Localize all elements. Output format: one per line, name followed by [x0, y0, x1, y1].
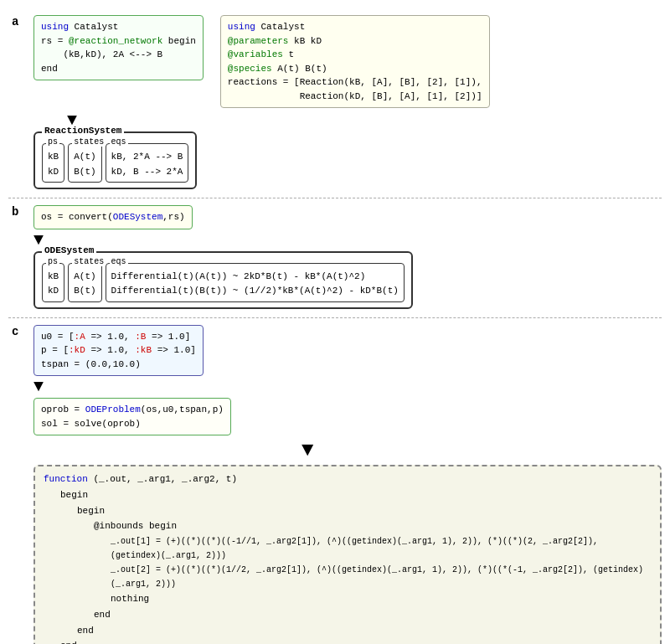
fn-line5: _.out[1] = (+)((*)((*)((-1//1, _.arg2[1]… — [111, 534, 652, 563]
ode-states-box: states A(t) B(t) — [68, 263, 101, 302]
init-line3: tspan = (0.0,10.0) — [41, 358, 196, 372]
right-code-line4: @species A(t) B(t) — [228, 62, 482, 76]
system-inner-row: ps kB kD states A(t) B(t) eqs — [42, 143, 188, 183]
section-a: a using Catalyst rs = @reaction_network … — [8, 8, 662, 198]
states-value-1: A(t) — [74, 150, 95, 165]
solve-code-box: oprob = ODEProblem(os,u0,tspan,p) sol = … — [34, 398, 231, 435]
ode-eqs-line1: Differential(t)(A(t)) ~ 2kD*B(t) - kB*(A… — [111, 270, 399, 285]
reaction-system-title: ReactionSystem — [42, 126, 124, 136]
ps-label: ps — [46, 137, 59, 147]
eqs-value-1: kB, 2*A --> B — [111, 150, 183, 165]
fn-end3: end — [60, 638, 652, 644]
fn-line1: function (_.out, _.arg1, _.arg2, t) — [44, 471, 652, 487]
ode-eqs-content: Differential(t)(A(t)) ~ 2kD*B(t) - kB*(A… — [111, 270, 399, 299]
init-code-box: u0 = [:A => 1.0, :B => 1.0] p = [:kD => … — [34, 325, 204, 377]
init-line2: p = [:kD => 1.0, :kB => 1.0] — [41, 343, 196, 358]
ps-value-2: kD — [48, 165, 59, 180]
fn-line2: begin — [60, 487, 652, 503]
right-code-line2: @parameters kB kD — [228, 34, 482, 49]
right-code-line5: reactions = [Reaction(kB, [A], [B], [2],… — [228, 75, 482, 90]
fn-nothing: nothing — [111, 591, 652, 607]
fn-end1: end — [94, 607, 652, 623]
ode-ps-box: ps kB kD — [42, 263, 64, 302]
right-code-line3: @variables t — [228, 48, 482, 62]
section-a-content: using Catalyst rs = @reaction_network be… — [34, 15, 657, 189]
fn-line3: begin — [77, 503, 652, 519]
states-content: A(t) B(t) — [74, 150, 95, 179]
section-b: b os = convert(ODESystem,rs) ▼ ODESystem… — [8, 198, 662, 318]
ode-system-box: ODESystem ps kB kD states A(t) B(t) — [34, 251, 413, 309]
left-code-line2: rs = @reaction_network begin — [41, 34, 196, 49]
solve-line1: oprob = ODEProblem(os,u0,tspan,p) — [41, 403, 224, 417]
fn-line6: _.out[2] = (+)((*)((*)(1//2, _.arg2[1]),… — [111, 563, 652, 591]
ode-ps-label: ps — [46, 257, 59, 266]
ode-states-content: A(t) B(t) — [74, 270, 95, 299]
fn-line4: @inbounds begin — [94, 518, 652, 534]
init-line1: u0 = [:A => 1.0, :B => 1.0] — [41, 330, 196, 344]
states-label: states — [72, 137, 106, 147]
top-code-row: using Catalyst rs = @reaction_network be… — [34, 15, 490, 108]
convert-code: os = convert(ODESystem,rs) — [41, 212, 185, 222]
ode-eqs-line2: Differential(t)(B(t)) ~ (1//2)*kB*(A(t)^… — [111, 284, 399, 299]
arrow-c2-down: ▼ — [302, 439, 313, 461]
ode-inner-row: ps kB kD states A(t) B(t) eqs — [42, 263, 405, 302]
solve-line2: sol = solve(oprob) — [41, 417, 224, 431]
ps-box: ps kB kD — [42, 143, 64, 183]
section-b-label: b — [12, 205, 18, 219]
section-c-content: u0 = [:A => 1.0, :B => 1.0] p = [:kD => … — [34, 325, 657, 644]
left-code-line3: (kB,kD), 2A <--> B — [41, 48, 196, 62]
left-code-line4: end — [41, 62, 196, 76]
right-code-line6: Reaction(kD, [B], [A], [1], [2])] — [228, 90, 482, 104]
ode-states-value-1: A(t) — [74, 270, 95, 285]
eqs-value-2: kD, B --> 2*A — [111, 165, 183, 180]
ode-states-value-2: B(t) — [74, 284, 95, 299]
right-code-line1: using Catalyst — [228, 20, 482, 34]
left-code-line1: using Catalyst — [41, 20, 196, 34]
arrow-c1-down: ▼ — [34, 379, 44, 395]
left-code-box: using Catalyst rs = @reaction_network be… — [34, 15, 204, 80]
states-box: states A(t) B(t) — [68, 143, 101, 183]
ode-ps-value-1: kB — [48, 270, 59, 285]
eqs-box: eqs kB, 2*A --> B kD, B --> 2*A — [106, 143, 189, 183]
ode-states-label: states — [72, 257, 106, 266]
ode-ps-value-2: kD — [48, 284, 59, 299]
eqs-label: eqs — [110, 137, 128, 147]
section-a-label: a — [12, 15, 18, 28]
ps-value-1: kB — [48, 150, 59, 165]
section-c: c u0 = [:A => 1.0, :B => 1.0] p = [:kD =… — [8, 318, 662, 644]
fn-end2: end — [77, 623, 652, 639]
ps-content: kB kD — [48, 150, 59, 179]
states-value-2: B(t) — [74, 165, 95, 180]
convert-code-box: os = convert(ODESystem,rs) — [34, 205, 193, 229]
reaction-system-box: ReactionSystem ps kB kD states A(t) B(t) — [34, 131, 197, 189]
ode-system-title: ODESystem — [42, 245, 96, 255]
eqs-content: kB, 2*A --> B kD, B --> 2*A — [111, 150, 183, 179]
ode-ps-content: kB kD — [48, 270, 59, 299]
function-code-box: function (_.out, _.arg1, _.arg2, t) begi… — [34, 465, 662, 644]
ode-eqs-box: eqs Differential(t)(A(t)) ~ 2kD*B(t) - k… — [106, 263, 405, 302]
section-b-content: os = convert(ODESystem,rs) ▼ ODESystem p… — [34, 205, 657, 309]
right-code-box: using Catalyst @parameters kB kD @variab… — [220, 15, 490, 108]
ode-eqs-label: eqs — [110, 257, 128, 266]
section-c-label: c — [12, 325, 18, 338]
